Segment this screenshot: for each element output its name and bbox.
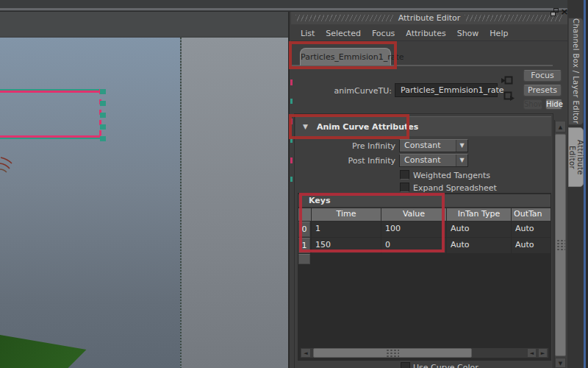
pre-infinity-value: Constant [400, 140, 456, 152]
col-header-outtan[interactable]: OutTan [512, 208, 551, 221]
scrollbar-grip-dots [556, 239, 565, 251]
curve-scribble [0, 153, 15, 175]
anim-curve-field-label: animCurveTU: [310, 86, 392, 96]
selection-vertex-mark [100, 101, 106, 106]
use-curve-color-checkbox[interactable] [401, 362, 410, 368]
expand-spreadsheet-checkbox[interactable] [400, 183, 409, 192]
panel-title: Attribute Editor [398, 13, 461, 23]
tab-channel-box-layer-editor[interactable]: Channel Box / Layer Editor [568, 18, 584, 125]
col-header-intan[interactable]: InTan Type [447, 208, 511, 221]
output-connection-icon[interactable] [503, 91, 515, 102]
annotation-box-keys [299, 193, 445, 252]
tab-attribute-editor[interactable]: Attribute Editor [568, 127, 584, 187]
close-icon[interactable]: × [560, 7, 569, 17]
titlebar-grip-texture [295, 15, 394, 21]
hscroll-left-arrow-2[interactable]: ◄ [527, 348, 537, 358]
chevron-down-icon: ▼ [456, 155, 467, 166]
menu-show[interactable]: Show [457, 29, 479, 38]
post-infinity-value: Constant [400, 155, 456, 166]
cell-outtan-1[interactable]: Auto [512, 238, 551, 253]
menu-help[interactable]: Help [490, 29, 508, 38]
menu-list[interactable]: List [301, 29, 315, 38]
weighted-tangents-label: Weighted Tangents [413, 171, 490, 180]
annotation-box-node-tab [289, 41, 397, 69]
menu-focus[interactable]: Focus [372, 29, 395, 38]
selection-vertex-mark [100, 136, 106, 141]
hscroll-left-arrow[interactable]: ◄ [301, 348, 311, 358]
keys-hscrollbar-thumb[interactable] [313, 348, 472, 358]
viewport-menubar [0, 12, 288, 38]
menu-selected[interactable]: Selected [326, 29, 361, 38]
viewport-panel[interactable] [0, 12, 288, 368]
selection-vertex-mark [100, 124, 106, 130]
cell-intan-0[interactable]: Auto [447, 222, 511, 237]
top-toolbar-strip [0, 0, 588, 12]
row-index-empty[interactable] [298, 254, 310, 264]
viewport-pane-right[interactable] [182, 38, 288, 368]
cell-outtan-0[interactable]: Auto [512, 222, 551, 237]
post-infinity-label: Post Infinity [315, 156, 395, 166]
input-connection-icon[interactable] [501, 76, 513, 85]
selection-marquee-bottom-teal [0, 138, 101, 139]
use-curve-color-label: Use Curve Color [413, 363, 478, 368]
maya-window: Attribute Editor List Selected Focus Att… [0, 0, 588, 368]
selection-vertex-mark [100, 113, 106, 118]
menu-attributes[interactable]: Attributes [406, 29, 445, 38]
vscroll-down-arrow[interactable]: ▼ [555, 358, 566, 368]
weighted-tangents-checkbox[interactable] [400, 170, 409, 180]
viewport-pane-divider[interactable] [180, 38, 182, 368]
attribute-editor-menubar: List Selected Focus Attributes Show Help [291, 26, 567, 41]
pre-infinity-label: Pre Infinity [315, 141, 395, 151]
chevron-down-icon: ▼ [456, 140, 467, 152]
hscroll-right-arrow[interactable]: ► [538, 348, 548, 358]
scrollbar-grip-dots [386, 349, 399, 358]
annotation-box-anim-curve-attributes [289, 114, 409, 139]
selection-marquee-top-pink [0, 91, 101, 93]
panel-vscrollbar-thumb[interactable] [555, 134, 566, 356]
pre-infinity-dropdown[interactable]: Constant ▼ [399, 139, 468, 152]
show-button[interactable]: Show [523, 99, 542, 110]
presets-button[interactable]: Presets [523, 85, 562, 96]
anim-curve-name-input[interactable]: Particles_Emmision1_rate [395, 83, 498, 97]
focus-button[interactable]: Focus [523, 70, 562, 82]
hide-button[interactable]: Hide [545, 99, 562, 110]
vscroll-up-arrow[interactable]: ▲ [555, 121, 566, 132]
titlebar-grip-texture [465, 15, 563, 21]
float-window-icon[interactable] [551, 8, 559, 16]
expand-spreadsheet-label: Expand Spreadsheet [413, 183, 497, 193]
post-infinity-dropdown[interactable]: Constant ▼ [399, 154, 468, 167]
cell-intan-1[interactable]: Auto [447, 238, 511, 253]
attribute-editor-titlebar[interactable]: Attribute Editor [291, 12, 567, 24]
viewport-3d-view[interactable] [0, 38, 288, 368]
viewport-pane-left[interactable] [0, 38, 181, 368]
selection-vertex-mark [100, 89, 106, 94]
